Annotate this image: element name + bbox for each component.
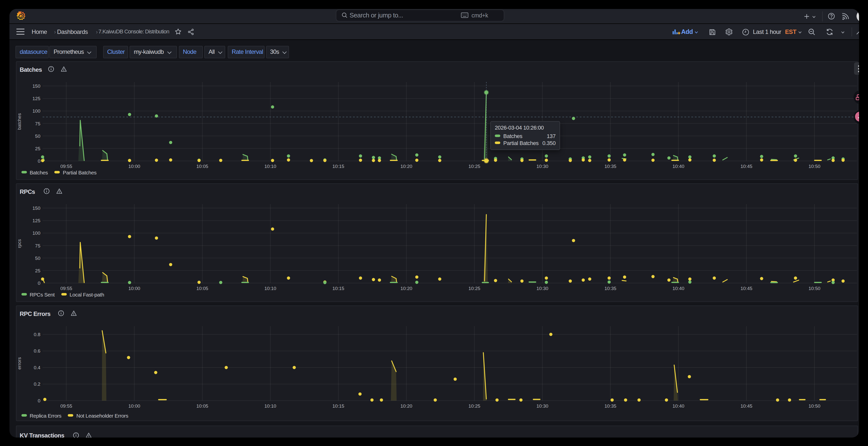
svg-text:10:30: 10:30: [536, 163, 548, 169]
svg-text:10:25: 10:25: [468, 404, 480, 409]
svg-text:10:40: 10:40: [672, 286, 684, 291]
svg-text:10:45: 10:45: [740, 404, 752, 409]
svg-text:10:15: 10:15: [332, 286, 344, 291]
svg-text:150: 150: [32, 205, 40, 211]
svg-text:10:00: 10:00: [128, 286, 140, 291]
svg-text:10:05: 10:05: [196, 404, 208, 409]
svg-text:10:50: 10:50: [808, 404, 820, 409]
svg-text:10:40: 10:40: [672, 163, 684, 169]
svg-text:10:10: 10:10: [264, 163, 276, 169]
svg-text:09:55: 09:55: [60, 286, 72, 291]
svg-text:0: 0: [37, 280, 40, 286]
svg-text:125: 125: [32, 218, 40, 223]
svg-text:10:15: 10:15: [332, 404, 344, 409]
svg-text:errors: errors: [17, 357, 22, 370]
svg-text:10:05: 10:05: [196, 286, 208, 291]
svg-text:10:20: 10:20: [400, 163, 412, 169]
svg-text:10:45: 10:45: [740, 163, 752, 169]
svg-text:0.2: 0.2: [34, 382, 40, 387]
svg-text:10:10: 10:10: [264, 404, 276, 409]
svg-text:75: 75: [35, 121, 40, 126]
svg-text:10:15: 10:15: [332, 163, 344, 169]
svg-text:10:20: 10:20: [400, 404, 412, 409]
svg-text:0.8: 0.8: [34, 332, 40, 337]
svg-text:0: 0: [37, 158, 40, 163]
svg-text:10:25: 10:25: [468, 286, 480, 291]
svg-text:batches: batches: [17, 113, 22, 129]
svg-text:50: 50: [35, 133, 40, 139]
svg-text:10:00: 10:00: [128, 163, 140, 169]
svg-text:10:35: 10:35: [604, 163, 616, 169]
svg-text:25: 25: [35, 268, 40, 273]
svg-text:125: 125: [32, 96, 40, 101]
svg-text:100: 100: [32, 108, 40, 113]
svg-text:10:05: 10:05: [196, 163, 208, 169]
svg-text:10:50: 10:50: [808, 286, 820, 291]
svg-text:75: 75: [35, 243, 40, 248]
svg-text:09:55: 09:55: [60, 404, 72, 409]
svg-text:0.6: 0.6: [34, 348, 40, 354]
svg-text:50: 50: [35, 256, 40, 261]
svg-text:100: 100: [32, 230, 40, 235]
svg-text:10:35: 10:35: [604, 286, 616, 291]
svg-text:10:45: 10:45: [740, 286, 752, 291]
svg-text:10:30: 10:30: [536, 286, 548, 291]
svg-text:150: 150: [32, 83, 40, 88]
svg-text:09:55: 09:55: [60, 163, 72, 169]
svg-text:0: 0: [37, 398, 40, 404]
svg-text:10:40: 10:40: [672, 404, 684, 409]
svg-text:10:00: 10:00: [128, 404, 140, 409]
svg-text:rpcs: rpcs: [17, 239, 22, 248]
svg-text:10:20: 10:20: [400, 286, 412, 291]
svg-text:10:10: 10:10: [264, 286, 276, 291]
svg-text:10:50: 10:50: [808, 163, 820, 169]
svg-text:0.4: 0.4: [34, 365, 40, 370]
svg-text:10:25: 10:25: [468, 163, 480, 169]
svg-text:25: 25: [35, 146, 40, 151]
svg-text:10:35: 10:35: [604, 404, 616, 409]
svg-text:10:30: 10:30: [536, 404, 548, 409]
